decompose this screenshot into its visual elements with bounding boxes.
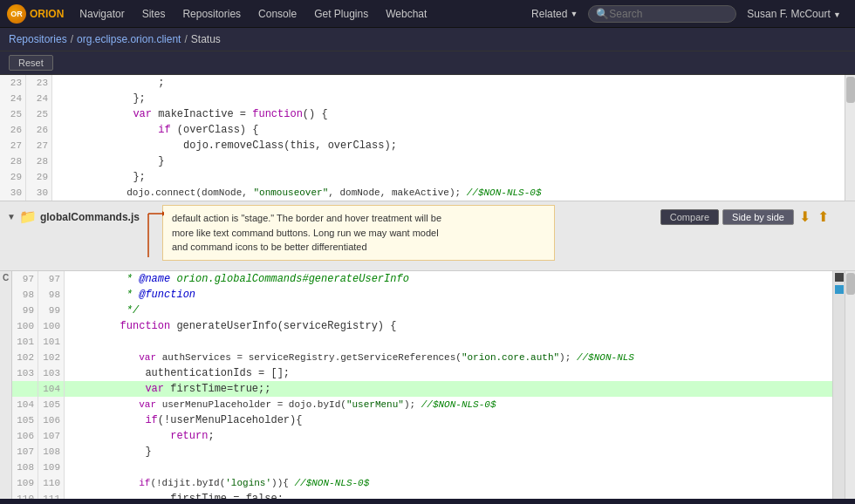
breadcrumb-sep2: / xyxy=(184,33,187,45)
code-editor-top: 23 23 ; 24 24 }; 25 25 xyxy=(0,75,855,201)
search-input[interactable] xyxy=(609,8,731,20)
file-section: ▼ 📁 globalCommands.js default action is … xyxy=(0,201,855,499)
compare-controls: Compare Side by side ⬇ ⬆ xyxy=(660,208,831,225)
code-line: 28 28 } xyxy=(0,153,855,169)
code-line: 106 107 return; xyxy=(12,428,845,444)
code-editor-bottom: 97 97 * @name orion.globalCommands#gener… xyxy=(12,271,845,499)
nav-sites[interactable]: Sites xyxy=(135,4,173,24)
code-line: 29 29 }; xyxy=(0,169,855,185)
svg-marker-2 xyxy=(162,211,164,216)
nav-get-plugins[interactable]: Get Plugins xyxy=(307,4,375,24)
file-header-left: ▼ 📁 globalCommands.js xyxy=(7,208,140,225)
user-menu-button[interactable]: Susan F. McCourt ▼ xyxy=(740,4,848,24)
code-line-highlighted: 104 var firstTime=true;; xyxy=(12,381,845,397)
code-line: 23 23 ; xyxy=(0,75,855,91)
annotation-container: default action is "stage." The border an… xyxy=(162,205,655,261)
file-folder-icon: 📁 xyxy=(19,208,37,225)
right-sidebar xyxy=(832,271,845,499)
code-line: 108 109 xyxy=(12,460,845,475)
collapse-button[interactable]: ▼ xyxy=(7,212,16,221)
search-icon: 🔍 xyxy=(596,8,609,20)
top-navigation: OR ORION Navigator Sites Repositories Co… xyxy=(0,0,855,28)
nav-webchat[interactable]: Webchat xyxy=(379,4,434,24)
code-line: 24 24 }; xyxy=(0,91,855,106)
side-by-side-button[interactable]: Side by side xyxy=(722,209,794,225)
left-gutter: C xyxy=(0,271,12,499)
vertical-scrollbar-bottom[interactable] xyxy=(845,271,855,499)
related-label: Related xyxy=(531,8,567,20)
code-section-bottom: C 97 97 * @name orion.globalCommands#gen… xyxy=(0,271,855,499)
logo-circle: OR xyxy=(7,4,26,24)
code-line: 105 106 if(!userMenuPlaceholder){ xyxy=(12,412,845,428)
toolbar: Reset xyxy=(0,51,855,75)
code-line: 100 100 function generateUserInfo(servic… xyxy=(12,318,845,334)
logo-text: ORION xyxy=(30,8,64,20)
code-line: 101 101 xyxy=(12,334,845,350)
file-header-area: ▼ 📁 globalCommands.js default action is … xyxy=(0,201,855,271)
code-section-top: 23 23 ; 24 24 }; 25 25 xyxy=(0,75,855,201)
annotation-arrow xyxy=(147,209,164,262)
orion-logo[interactable]: OR ORION xyxy=(7,4,64,24)
file-name-label: globalCommands.js xyxy=(40,211,140,223)
sidebar-toolbar-icon[interactable] xyxy=(835,273,844,282)
code-line: 99 99 */ xyxy=(12,303,845,318)
code-line: 26 26 if (overClass) { xyxy=(0,122,855,138)
reset-button[interactable]: Reset xyxy=(9,55,53,71)
code-line: 103 103 authenticationIds = []; xyxy=(12,365,845,381)
annotation-text: default action is "stage." The border an… xyxy=(162,205,555,261)
code-line: 30 30 dojo.connect(domNode, "onmouseover… xyxy=(0,185,855,201)
arrow-down-button[interactable]: ⬇ xyxy=(797,208,812,225)
scroll-thumb-bottom xyxy=(846,273,855,295)
code-line: 107 108 } xyxy=(12,444,845,460)
vertical-scrollbar-top[interactable] xyxy=(845,75,855,201)
code-line: 98 98 * @function xyxy=(12,287,845,303)
breadcrumb-status: Status xyxy=(191,33,221,45)
compare-button[interactable]: Compare xyxy=(660,209,719,225)
user-name: Susan F. McCourt xyxy=(747,8,830,20)
code-line: 109 110 if(!dijit.byId('logins')){ //$NO… xyxy=(12,475,845,491)
code-line: 102 102 var authServices = serviceRegist… xyxy=(12,350,845,365)
nav-console[interactable]: Console xyxy=(251,4,304,24)
breadcrumb: Repositories / org.eclipse.orion.client … xyxy=(0,28,855,51)
code-line: 104 105 var userMenuPlaceholder = dojo.b… xyxy=(12,397,845,412)
c-marker: C xyxy=(3,273,9,283)
search-box[interactable]: 🔍 xyxy=(588,5,736,23)
main-content: 23 23 ; 24 24 }; 25 25 xyxy=(0,75,855,499)
user-chevron-icon: ▼ xyxy=(833,10,841,19)
code-line: 25 25 var makeInactive = function() { xyxy=(0,106,855,122)
scroll-thumb-top xyxy=(846,77,855,103)
code-line: 110 111 firstTime = false; xyxy=(12,491,845,499)
breadcrumb-client[interactable]: org.eclipse.orion.client xyxy=(77,33,181,45)
nav-repositories[interactable]: Repositories xyxy=(175,4,248,24)
related-chevron-icon: ▼ xyxy=(570,10,578,18)
nav-navigator[interactable]: Navigator xyxy=(72,4,131,24)
arrow-up-button[interactable]: ⬆ xyxy=(816,208,831,225)
code-container: C 97 97 * @name orion.globalCommands#gen… xyxy=(0,271,855,499)
code-line: 27 27 dojo.removeClass(this, overClass); xyxy=(0,138,855,153)
code-area-bottom: 97 97 * @name orion.globalCommands#gener… xyxy=(12,271,845,499)
breadcrumb-repositories[interactable]: Repositories xyxy=(9,33,67,45)
breadcrumb-sep1: / xyxy=(71,33,73,45)
related-button[interactable]: Related ▼ xyxy=(524,4,585,24)
code-line: 97 97 * @name orion.globalCommands#gener… xyxy=(12,271,845,287)
sidebar-sync-icon[interactable] xyxy=(835,285,844,294)
